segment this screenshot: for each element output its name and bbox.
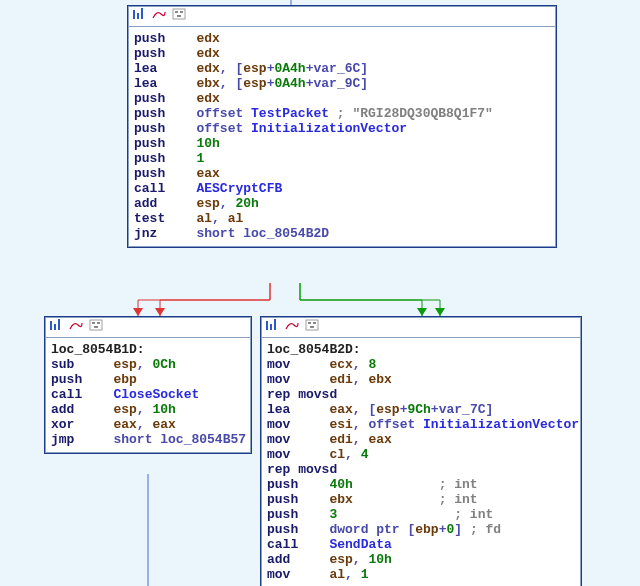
basic-block-right[interactable]: loc_8054B2D:mov ecx, 8mov edi, ebxrep mo… <box>260 316 582 586</box>
operand: 0A4h <box>274 61 305 76</box>
operand: , <box>353 417 369 432</box>
asm-line[interactable]: mov esi, offset InitializationVector <box>267 417 575 432</box>
asm-line[interactable]: push edx <box>134 31 550 46</box>
svg-rect-20 <box>306 320 318 330</box>
control-icon <box>89 319 103 335</box>
mnemonic: push <box>134 166 196 181</box>
operand: edx <box>196 61 219 76</box>
operand: 9Ch <box>407 402 430 417</box>
asm-line[interactable]: push ebp <box>51 372 245 387</box>
svg-rect-7 <box>175 11 178 13</box>
asm-line[interactable]: jnz short loc_8054B2D <box>134 226 550 241</box>
node-body: push edxpush edxlea edx, [esp+0A4h+var_6… <box>128 27 556 247</box>
asm-line[interactable]: mov ecx, 8 <box>267 357 575 372</box>
operand: ] <box>360 76 368 91</box>
asm-line[interactable]: call SendData <box>267 537 575 552</box>
arrowhead-red <box>155 308 165 316</box>
operand: 10h <box>196 136 219 151</box>
asm-line[interactable]: rep movsd <box>267 462 575 477</box>
operand: , <box>353 552 369 567</box>
operand: esp <box>113 402 136 417</box>
svg-rect-9 <box>177 15 181 17</box>
asm-line[interactable]: push offset InitializationVector <box>134 121 550 136</box>
mnemonic: lea <box>267 402 329 417</box>
operand: ebx <box>329 492 352 507</box>
asm-line[interactable]: lea ebx, [esp+0A4h+var_9C] <box>134 76 550 91</box>
asm-line[interactable]: rep movsd <box>267 387 575 402</box>
mnemonic: push <box>134 31 196 46</box>
asm-line[interactable]: xor eax, eax <box>51 417 245 432</box>
operand: ebp <box>415 522 438 537</box>
operand: edi <box>329 372 352 387</box>
asm-line[interactable]: push dword ptr [ebp+0] ; fd <box>267 522 575 537</box>
svg-rect-18 <box>270 324 272 330</box>
asm-line[interactable]: push 10h <box>134 136 550 151</box>
asm-line[interactable]: mov al, 1 <box>267 567 575 582</box>
operand: edx <box>196 31 219 46</box>
asm-line[interactable]: mov edi, ebx <box>267 372 575 387</box>
mnemonic: push <box>134 136 196 151</box>
operand: , <box>353 432 369 447</box>
basic-block-left[interactable]: loc_8054B1D:sub esp, 0Chpush ebpcall Clo… <box>44 316 252 454</box>
asm-line[interactable]: add esp, 10h <box>51 402 245 417</box>
asm-line[interactable]: push ebx ; int <box>267 492 575 507</box>
basic-block-top[interactable]: push edxpush edxlea edx, [esp+0A4h+var_6… <box>127 5 557 248</box>
asm-line[interactable]: call CloseSocket <box>51 387 245 402</box>
comment: ; int <box>439 492 478 507</box>
operand: TestPacket <box>251 106 329 121</box>
mnemonic: call <box>134 181 196 196</box>
operand: ] <box>360 61 368 76</box>
operand: 10h <box>368 552 391 567</box>
svg-rect-8 <box>180 11 183 13</box>
operand: , <box>220 196 236 211</box>
operand: eax <box>329 402 352 417</box>
operand: loc_8054B57 <box>160 432 246 447</box>
operand: , [ <box>353 402 376 417</box>
svg-rect-11 <box>54 324 56 330</box>
mnemonic: push <box>51 372 113 387</box>
asm-line[interactable]: add esp, 20h <box>134 196 550 211</box>
mnemonic: mov <box>267 357 329 372</box>
comment: ; int <box>454 507 493 522</box>
mnemonic: push <box>267 507 329 522</box>
asm-line[interactable]: call AESCryptCFB <box>134 181 550 196</box>
operand: ebp <box>113 372 136 387</box>
operand: short <box>196 226 243 241</box>
asm-line[interactable]: lea eax, [esp+9Ch+var_7C] <box>267 402 575 417</box>
mnemonic: push <box>134 91 196 106</box>
operand: esp <box>196 196 219 211</box>
mnemonic: call <box>267 537 329 552</box>
operand: 8 <box>368 357 376 372</box>
svg-rect-13 <box>90 320 102 330</box>
asm-line[interactable]: push offset TestPacket ; "RGI28DQ30QB8Q1… <box>134 106 550 121</box>
operand: eax <box>152 417 175 432</box>
operand: , <box>353 372 369 387</box>
operand: , <box>353 357 369 372</box>
node-header <box>128 6 556 27</box>
mnemonic: push <box>134 151 196 166</box>
operand: "RGI28DQ30QB8Q1F7" <box>352 106 492 121</box>
operand: ebx <box>196 76 219 91</box>
asm-line[interactable]: mov edi, eax <box>267 432 575 447</box>
svg-rect-22 <box>313 322 316 324</box>
mnemonic: mov <box>267 417 329 432</box>
asm-line[interactable]: push 3 ; int <box>267 507 575 522</box>
asm-line[interactable]: push edx <box>134 91 550 106</box>
asm-line[interactable]: push 40h ; int <box>267 477 575 492</box>
asm-line[interactable]: mov cl, 4 <box>267 447 575 462</box>
operand: , <box>137 357 153 372</box>
asm-line[interactable]: add esp, 10h <box>267 552 575 567</box>
operand: CloseSocket <box>113 387 199 402</box>
asm-line[interactable]: push eax <box>134 166 550 181</box>
asm-line[interactable]: jmp short loc_8054B57 <box>51 432 245 447</box>
operand: , [ <box>220 61 243 76</box>
node-header <box>45 317 251 338</box>
asm-line[interactable]: test al, al <box>134 211 550 226</box>
mnemonic: push <box>134 106 196 121</box>
svg-rect-3 <box>133 10 135 19</box>
asm-line[interactable]: lea edx, [esp+0A4h+var_6C] <box>134 61 550 76</box>
asm-line[interactable]: sub esp, 0Ch <box>51 357 245 372</box>
asm-line[interactable]: push 1 <box>134 151 550 166</box>
operand: edx <box>196 46 219 61</box>
asm-line[interactable]: push edx <box>134 46 550 61</box>
